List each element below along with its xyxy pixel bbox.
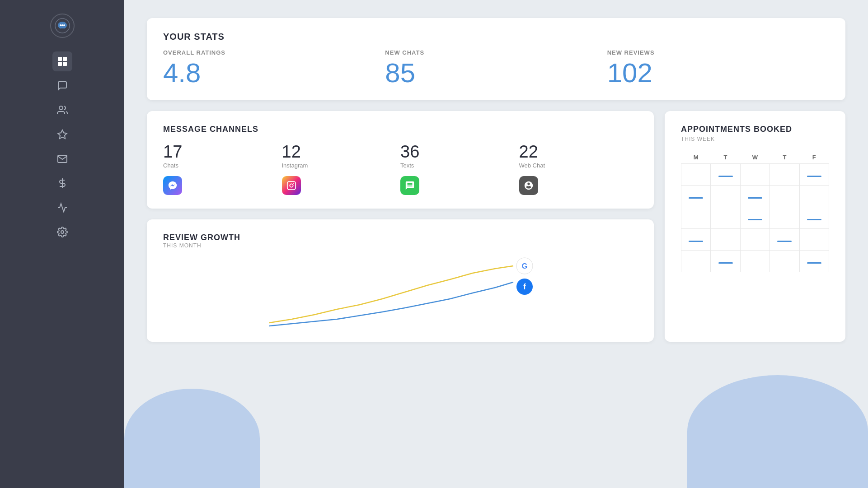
appt-cell	[711, 229, 740, 251]
table-row	[681, 229, 829, 251]
channel-count-texts: 36	[400, 143, 419, 160]
appt-cell	[681, 164, 711, 186]
svg-text:f: f	[523, 282, 526, 291]
appt-cell	[711, 251, 740, 272]
sidebar	[0, 0, 124, 488]
channel-count-webchat: 22	[519, 143, 538, 160]
appt-cell	[770, 207, 799, 229]
svg-point-14	[290, 184, 293, 187]
sidebar-item-chat[interactable]	[52, 76, 72, 96]
appt-cell	[740, 251, 769, 272]
svg-point-3	[61, 24, 63, 26]
stats-title: YOUR STATS	[163, 32, 829, 42]
instagram-icon	[282, 176, 301, 195]
appointments-title: APPOINTMENTS BOOKED	[681, 125, 829, 134]
day-wednesday: W	[740, 151, 769, 164]
appt-line	[807, 262, 821, 264]
svg-text:G: G	[522, 262, 527, 270]
channel-label-instagram: Instagram	[282, 162, 308, 169]
stat-value-reviews: 102	[607, 60, 829, 87]
chart-container: G f	[163, 256, 638, 328]
webchat-icon: ···	[519, 176, 538, 195]
svg-point-2	[60, 24, 61, 26]
stat-new-reviews: NEW REVIEWS 102	[607, 49, 829, 87]
table-row	[681, 251, 829, 272]
stat-label-ratings: OVERALL RATINGS	[163, 49, 385, 56]
bottom-row: MESSAGE CHANNELS 17 Chats	[147, 111, 845, 342]
svg-rect-5	[58, 57, 62, 61]
appt-cell	[799, 229, 829, 251]
table-row	[681, 186, 829, 207]
sidebar-item-users[interactable]	[52, 100, 72, 120]
texts-icon	[400, 176, 419, 195]
stat-value-ratings: 4.8	[163, 60, 385, 87]
appt-cell	[681, 207, 711, 229]
review-growth-subtitle: THIS MONTH	[163, 242, 638, 249]
appointments-inner: APPOINTMENTS BOOKED THIS WEEK M T W T F	[665, 111, 845, 342]
stats-row: OVERALL RATINGS 4.8 NEW CHATS 85 NEW REV…	[163, 49, 829, 87]
channel-webchat: 22 Web Chat ···	[519, 143, 638, 195]
channel-chats: 17 Chats	[163, 143, 282, 195]
appt-line	[748, 197, 762, 199]
appt-cell	[799, 251, 829, 272]
blob-right	[687, 375, 868, 488]
sidebar-item-reviews[interactable]	[52, 125, 72, 144]
sidebar-item-billing[interactable]	[52, 173, 72, 193]
stat-new-chats: NEW CHATS 85	[385, 49, 607, 87]
review-growth-title: REVIEW GROWTH	[163, 233, 638, 242]
channel-count-chats: 17	[163, 143, 182, 160]
day-thursday: T	[770, 151, 799, 164]
stat-value-chats: 85	[385, 60, 607, 87]
stat-label-reviews: NEW REVIEWS	[607, 49, 829, 56]
svg-rect-13	[287, 181, 295, 190]
appt-cell	[799, 186, 829, 207]
appt-cell	[740, 186, 769, 207]
appt-line	[689, 241, 703, 242]
appt-cell	[740, 229, 769, 251]
stat-overall-ratings: OVERALL RATINGS 4.8	[163, 49, 385, 87]
appt-line	[807, 176, 821, 177]
appt-cell	[740, 207, 769, 229]
appointments-card: APPOINTMENTS BOOKED THIS WEEK M T W T F	[665, 111, 845, 342]
channel-label-texts: Texts	[400, 162, 414, 169]
appt-cell	[770, 229, 799, 251]
svg-rect-6	[63, 57, 67, 61]
appt-cell	[770, 186, 799, 207]
appt-cell	[711, 164, 740, 186]
channel-instagram: 12 Instagram	[282, 143, 401, 195]
appt-cell	[770, 251, 799, 272]
appt-cell	[681, 229, 711, 251]
day-tuesday: T	[711, 151, 740, 164]
channels-grid: 17 Chats 12 Instagram	[163, 143, 638, 195]
table-row	[681, 164, 829, 186]
channel-label-chats: Chats	[163, 162, 178, 169]
sidebar-item-settings[interactable]	[52, 222, 72, 242]
sidebar-item-mail[interactable]	[52, 149, 72, 169]
logo-button[interactable]	[50, 14, 75, 38]
messenger-icon	[163, 176, 182, 195]
svg-rect-7	[58, 62, 62, 66]
appt-cell	[799, 164, 829, 186]
appt-cell	[681, 186, 711, 207]
appt-line	[718, 262, 733, 264]
day-monday: M	[681, 151, 711, 164]
appointments-subtitle: THIS WEEK	[681, 136, 829, 142]
appt-cell	[711, 186, 740, 207]
svg-point-4	[63, 24, 65, 26]
blob-left	[124, 389, 260, 488]
appt-line	[777, 241, 792, 242]
review-growth-card: REVIEW GROWTH THIS MONTH G	[147, 219, 654, 342]
appt-cell	[799, 207, 829, 229]
appt-line	[748, 219, 762, 220]
appt-cell	[681, 251, 711, 272]
appt-line	[718, 176, 733, 177]
svg-marker-10	[58, 130, 67, 139]
svg-point-12	[61, 231, 64, 233]
bottom-left: MESSAGE CHANNELS 17 Chats	[147, 111, 654, 342]
channel-label-webchat: Web Chat	[519, 162, 545, 169]
channel-texts: 36 Texts	[400, 143, 519, 195]
channels-card: MESSAGE CHANNELS 17 Chats	[147, 111, 654, 209]
channel-count-instagram: 12	[282, 143, 301, 160]
sidebar-item-dashboard[interactable]	[52, 51, 72, 71]
sidebar-item-analytics[interactable]	[52, 198, 72, 218]
